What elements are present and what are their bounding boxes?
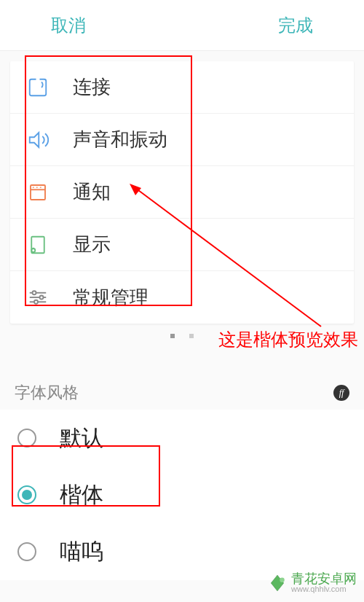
radio-icon <box>17 429 36 447</box>
flipfont-badge-icon[interactable]: ff <box>333 385 349 401</box>
preview-label: 显示 <box>73 232 111 257</box>
font-option-kaiti[interactable]: 楷体 <box>0 466 364 523</box>
display-icon <box>25 232 51 258</box>
preview-row-connect: 连接 <box>10 61 354 114</box>
settings-sliders-icon <box>25 284 51 310</box>
cancel-button[interactable]: 取消 <box>51 14 86 37</box>
connect-icon <box>25 74 51 101</box>
page-dot-2[interactable] <box>189 334 194 338</box>
modal-header: 取消 完成 <box>0 0 364 51</box>
preview-label: 声音和振动 <box>73 127 167 152</box>
watermark-url: www.qhhlv.com <box>291 585 357 593</box>
svg-point-7 <box>31 249 35 252</box>
watermark-name: 青花安卓网 <box>291 572 357 585</box>
option-label: 喵呜 <box>60 537 103 567</box>
section-title: 字体风格 <box>15 382 79 404</box>
svg-point-18 <box>280 577 285 582</box>
preview-row-display: 显示 <box>10 219 354 271</box>
preview-row-notify: 通知 <box>10 166 354 219</box>
preview-label: 连接 <box>73 74 111 100</box>
radio-selected-icon <box>17 485 36 504</box>
watermark: 青花安卓网 www.qhhlv.com <box>268 572 357 593</box>
svg-point-13 <box>33 291 36 294</box>
preview-row-general: 常规管理 <box>10 271 354 324</box>
annotation-text: 这是楷体预览效果 <box>218 328 358 351</box>
preview-row-sound: 声音和振动 <box>10 114 354 166</box>
radio-icon <box>17 542 36 561</box>
section-header: 字体风格 ff <box>0 382 364 404</box>
svg-rect-6 <box>31 236 44 253</box>
page-dot-1[interactable] <box>170 334 175 338</box>
font-preview-card: 连接 声音和振动 通知 显示 常规管理 <box>10 61 354 324</box>
option-label: 楷体 <box>60 480 103 510</box>
svg-marker-0 <box>30 133 39 147</box>
preview-label: 常规管理 <box>73 285 149 310</box>
preview-label: 通知 <box>73 179 111 205</box>
font-option-default[interactable]: 默认 <box>0 410 364 466</box>
option-label: 默认 <box>60 423 103 453</box>
svg-point-14 <box>40 296 44 300</box>
sound-icon <box>25 127 51 153</box>
done-button[interactable]: 完成 <box>278 14 313 37</box>
notification-icon <box>25 179 51 206</box>
watermark-logo-icon <box>268 574 287 593</box>
svg-point-15 <box>34 300 38 304</box>
